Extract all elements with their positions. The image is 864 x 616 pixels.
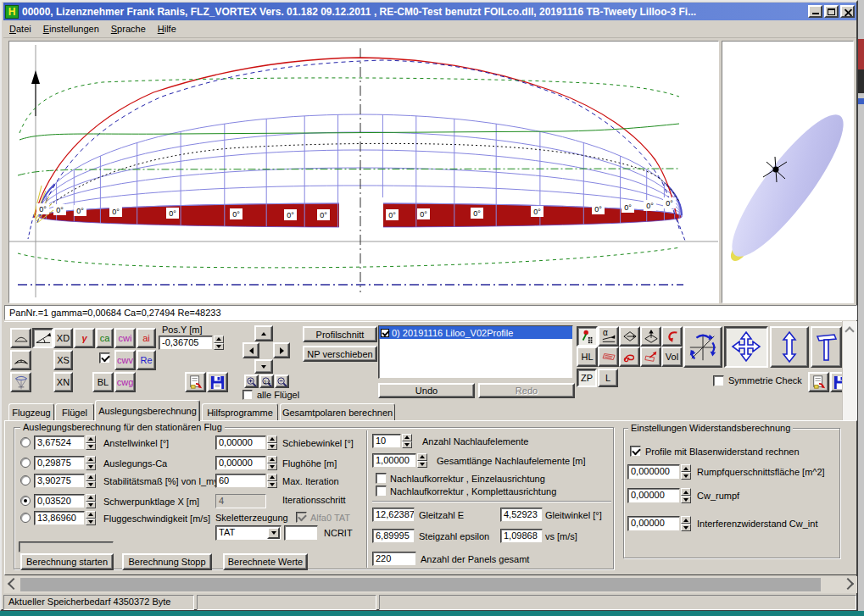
- alpha-panel-button[interactable]: α: [598, 326, 619, 347]
- cells-view-button[interactable]: [10, 350, 31, 370]
- paraglider-view-button[interactable]: [10, 372, 31, 392]
- save-geometry-button[interactable]: [830, 372, 842, 392]
- close-button[interactable]: [840, 5, 855, 18]
- ca-display-checkbox[interactable]: [99, 352, 110, 363]
- pan-down-button[interactable]: [254, 359, 273, 374]
- l-button[interactable]: L: [598, 369, 618, 387]
- zoom-in-button[interactable]: [244, 375, 259, 388]
- rumpfquerschnitt-field[interactable]: 0,000000: [627, 464, 680, 480]
- tab-fluegel[interactable]: Flügel: [55, 403, 94, 421]
- re-button[interactable]: Re: [137, 350, 156, 370]
- panel-paint-button[interactable]: [577, 326, 598, 347]
- cwg-button[interactable]: cwg: [114, 372, 136, 392]
- berechnung-stopp-button[interactable]: Berechnung Stopp: [122, 553, 212, 570]
- rotate-3d-button[interactable]: [683, 326, 722, 368]
- symmetrie-check-checkbox[interactable]: [713, 375, 724, 386]
- tab-auslegungsberechnung[interactable]: Auslegungsberechnung: [95, 400, 200, 421]
- gamma-button[interactable]: γ: [74, 328, 95, 348]
- xs-button[interactable]: XS: [53, 350, 73, 370]
- redo-button[interactable]: Redo: [478, 383, 575, 398]
- wing-plot-pane[interactable]: 0° 0° 0° 0° 0° 0° 0° 0° 0° 0° 0° 0° 0° 0…: [8, 41, 719, 303]
- laenge-nachlauf-spinner[interactable]: [417, 453, 427, 468]
- radio-auslegungs-ca[interactable]: [20, 458, 31, 468]
- xn-button[interactable]: XN: [53, 372, 73, 392]
- blasenwiderstand-checkbox[interactable]: [630, 446, 641, 457]
- export-geometry-button[interactable]: [808, 372, 829, 392]
- pos-y-field[interactable]: -0,36705: [159, 336, 213, 350]
- panel-normal-button[interactable]: [619, 326, 640, 347]
- np-verschieben-button[interactable]: NP verschieben: [303, 346, 377, 362]
- flughoehe-field[interactable]: 0,00000: [215, 456, 266, 470]
- undo-button[interactable]: Undo: [378, 383, 475, 398]
- nachlaufkorrektur-komplett-checkbox[interactable]: [376, 486, 387, 497]
- stabilitaetsmass-field[interactable]: 3,90275: [34, 474, 85, 488]
- menu-einstellungen[interactable]: Einstellungen: [37, 22, 105, 36]
- reset-view-button[interactable]: [661, 326, 683, 347]
- schiebewinkel-field[interactable]: 0,00000: [215, 436, 266, 450]
- panel-flat-button[interactable]: [598, 347, 619, 367]
- wing-planform-button[interactable]: [10, 328, 31, 348]
- scroll-left-icon[interactable]: [8, 578, 20, 590]
- pan-up-button[interactable]: [254, 325, 273, 341]
- alpha-view-button[interactable]: [32, 328, 53, 348]
- fluggeschwindigkeit-spinner[interactable]: [86, 511, 96, 525]
- anstellwinkel-field[interactable]: 3,67524: [34, 436, 85, 450]
- radio-schwerpunktlage[interactable]: [20, 496, 31, 506]
- berechnung-starten-button[interactable]: Berechnung starten: [20, 553, 114, 570]
- scroll-right-icon[interactable]: [842, 578, 854, 590]
- xd-button[interactable]: XD: [53, 328, 73, 348]
- combo-dropdown-button[interactable]: [267, 527, 280, 539]
- title-bar[interactable]: H 00000, Lizenznehmer Frank Ranis, FLZ_V…: [3, 3, 856, 20]
- cw-int-spinner[interactable]: [681, 516, 691, 531]
- schwerpunktlage-field[interactable]: 0,03520: [34, 494, 85, 508]
- ai-button[interactable]: ai: [137, 328, 156, 348]
- save-button[interactable]: [207, 372, 228, 392]
- vortex-button[interactable]: [619, 347, 640, 367]
- wing-3d-pane[interactable]: [722, 41, 854, 303]
- auslegungs-ca-spinner[interactable]: [86, 456, 96, 470]
- pan-right-button[interactable]: [273, 342, 290, 358]
- skelett-combobox[interactable]: TAT: [215, 525, 281, 541]
- stabilitaetsmass-spinner[interactable]: [86, 474, 96, 488]
- menu-hilfe[interactable]: Hilfe: [152, 22, 182, 36]
- anzahl-nachlauf-field[interactable]: 10: [372, 434, 401, 448]
- zoom-out-button[interactable]: [275, 375, 289, 388]
- menu-datei[interactable]: Datei: [3, 22, 37, 36]
- alle-fluegel-checkbox[interactable]: [242, 390, 253, 400]
- zoom-reset-button[interactable]: 1:1: [259, 375, 274, 388]
- export-button[interactable]: [185, 372, 206, 392]
- hl-button[interactable]: HL: [577, 347, 598, 367]
- profile-list-item[interactable]: 0) 20191116 Liloo_V02Profile: [379, 326, 572, 339]
- fluggeschwindigkeit-field[interactable]: 13,86960: [34, 511, 85, 525]
- auslegungs-ca-field[interactable]: 0,29875: [34, 456, 85, 470]
- radio-fluggeschwindigkeit[interactable]: [20, 513, 31, 523]
- cwi-button[interactable]: cwi: [114, 328, 136, 348]
- tab-hilfsprogramme[interactable]: Hilfsprogramme: [202, 403, 278, 421]
- cw-rumpf-spinner[interactable]: [681, 488, 691, 503]
- horizontal-scrollbar[interactable]: [4, 576, 857, 593]
- laenge-nachlauf-field[interactable]: 1,00000: [372, 453, 416, 468]
- profile-item-checkbox[interactable]: [381, 329, 389, 337]
- radio-stabilitaetsmass[interactable]: [20, 475, 31, 486]
- cw-rumpf-field[interactable]: 0,00000: [627, 488, 680, 503]
- minimize-button[interactable]: [808, 5, 822, 18]
- maximize-button[interactable]: [824, 5, 839, 18]
- panel-force-button[interactable]: [640, 347, 661, 367]
- pos-y-spinner[interactable]: [214, 336, 224, 350]
- pan-left-button[interactable]: [242, 342, 259, 358]
- vol-button[interactable]: Vol: [661, 347, 683, 367]
- schwerpunktlage-spinner[interactable]: [86, 494, 96, 508]
- ncrit-field[interactable]: [284, 525, 318, 541]
- anzahl-nachlauf-spinner[interactable]: [402, 434, 412, 448]
- schiebewinkel-spinner[interactable]: [267, 436, 277, 450]
- menu-sprache[interactable]: Sprache: [105, 22, 152, 36]
- pan-3d-button[interactable]: [724, 326, 768, 368]
- flughoehe-spinner[interactable]: [267, 456, 277, 470]
- rumpfquerschnitt-spinner[interactable]: [681, 464, 691, 480]
- bl-button[interactable]: BL: [92, 372, 114, 392]
- cwv-button[interactable]: cwv: [114, 350, 136, 370]
- ca-button[interactable]: ca: [96, 328, 114, 348]
- profilschnitt-button[interactable]: Profilschnitt: [303, 326, 377, 342]
- panel-lift-button[interactable]: [640, 326, 661, 347]
- berechnete-werte-button[interactable]: Berechnete Werte: [223, 553, 308, 570]
